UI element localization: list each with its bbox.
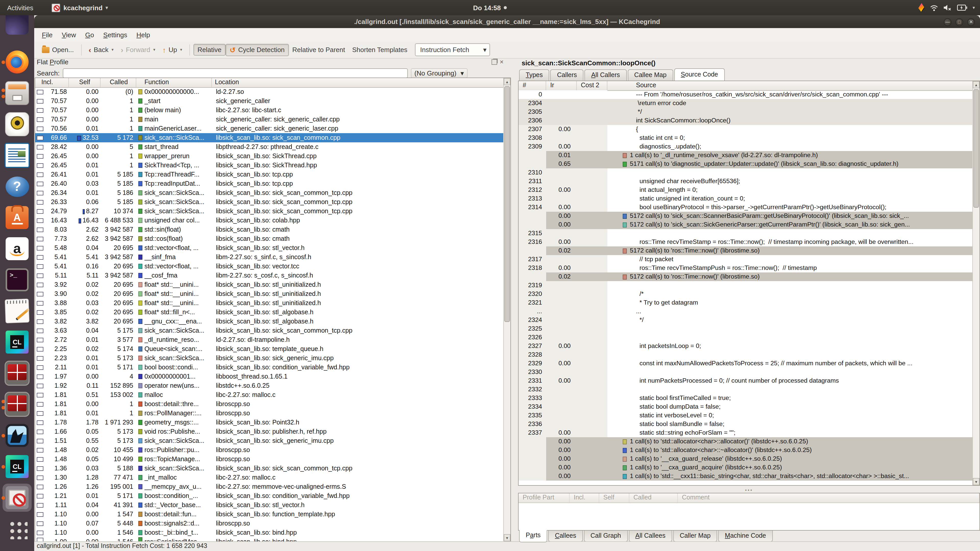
source-line[interactable]: 2310 xyxy=(519,168,973,177)
scrollbar[interactable]: ▲ ▼ xyxy=(503,78,511,541)
launcher-item-text-editor[interactable] xyxy=(0,295,34,327)
tab-caller-map[interactable]: Caller Map xyxy=(673,530,717,542)
call-row[interactable]: 0.011 call(s) to '_dl_runtime_resolve_xs… xyxy=(519,151,973,160)
source-line[interactable]: 23070.00{ xyxy=(519,125,973,134)
call-row[interactable]: 0.001 call(s) to '__cxa_guard_release' (… xyxy=(519,454,973,463)
launcher-item-help[interactable]: ? xyxy=(0,171,34,202)
column-header-location[interactable]: Location xyxy=(212,78,511,87)
table-row[interactable]: 7.732.623 942 587std::cos(float)libsick_… xyxy=(35,234,504,243)
source-line[interactable]: 2308 static int cnt = 0; xyxy=(519,134,973,142)
table-row[interactable]: 1.360.035 188sick_scan::SickSca...libsic… xyxy=(35,464,504,473)
table-row[interactable]: 26.340.015 186sick_scan::SickSca...libsi… xyxy=(35,188,504,197)
minimize-button[interactable]: — xyxy=(944,18,951,26)
call-row[interactable]: 0.005172 call(s) to 'sick_scan::SickGene… xyxy=(519,221,973,229)
chevron-down-icon[interactable]: ▾ xyxy=(111,48,114,52)
source-line[interactable]: 2333 static bool firstTimeCalled = true; xyxy=(519,394,973,403)
table-row[interactable]: 70.560.011mainGenericLaser...sick_generi… xyxy=(35,124,504,133)
tab-parts[interactable]: Parts xyxy=(519,530,547,542)
source-line[interactable]: 2328 xyxy=(519,351,973,359)
launcher-item-terminator-2[interactable] xyxy=(0,389,34,420)
launcher-item-clion-2[interactable]: CL xyxy=(0,451,34,482)
scrollbar-thumb[interactable] xyxy=(504,86,510,322)
table-row[interactable]: 1.920.11152 895operator new(uns...libstd… xyxy=(35,381,504,390)
horizontal-splitter[interactable]: ••• xyxy=(518,489,980,493)
chevron-down-icon[interactable]: ▾ xyxy=(153,48,156,52)
launcher-item-amazon[interactable]: a xyxy=(0,233,34,264)
table-row[interactable]: 1.100.001 546boost::_bi::bind_t...libsic… xyxy=(35,528,504,537)
table-row[interactable]: 1.110.0441 391std::_Vector_base...libsic… xyxy=(35,500,504,510)
flameshot-indicator-icon[interactable] xyxy=(918,3,925,12)
source-column-0[interactable]: # xyxy=(519,81,546,90)
source-line[interactable]: 23270.00 int packetsInLoop = 0; xyxy=(519,342,973,351)
menu-file[interactable]: File xyxy=(37,31,57,38)
source-line[interactable]: 23290.00 const int maxNumAllowedPacketsT… xyxy=(519,359,973,368)
launcher-item-clion[interactable]: CL xyxy=(0,327,34,358)
up-button[interactable]: ↑ Up ▾ xyxy=(159,44,186,56)
source-line[interactable]: 23120.00 int actual_length = 0; xyxy=(519,186,973,194)
tab-callee-map[interactable]: Callee Map xyxy=(628,69,673,81)
table-row[interactable]: 2.230.015 173sick_scan::SickSca...libsic… xyxy=(35,354,504,363)
parts-column-1[interactable]: Incl. xyxy=(570,493,599,503)
scroll-down-icon[interactable]: ▼ xyxy=(973,478,980,485)
launcher-item-wireshark[interactable] xyxy=(0,420,34,451)
table-row[interactable]: 5.480.0420 695std::vector<float, ...libs… xyxy=(35,243,504,252)
table-row[interactable]: 1.100.001 547boost::detail::fun...libsic… xyxy=(35,510,504,519)
call-row[interactable]: 0.005172 call(s) to 'sick_scan::ScannerB… xyxy=(519,212,973,221)
table-row[interactable]: 16.4316.436 488 533unsigned char col...l… xyxy=(35,216,504,225)
close-button[interactable]: ✕ xyxy=(967,18,975,26)
parts-column-0[interactable]: Profile Part xyxy=(519,493,570,503)
system-tray[interactable]: ▾ xyxy=(918,3,975,12)
table-row[interactable]: 1.970.0040x00000000001...libboost_thread… xyxy=(35,372,504,381)
source-line[interactable]: 2313 static unsigned int iteration_count… xyxy=(519,194,973,203)
source-line[interactable]: 2319 xyxy=(519,281,973,290)
call-row[interactable]: 0.001 call(s) to 'std::allocator<char>::… xyxy=(519,437,973,446)
column-header-called[interactable]: Called xyxy=(100,78,136,87)
event-type-select[interactable]: Instruction Fetch ▾ xyxy=(415,43,490,56)
table-row[interactable]: 71.580.00(0)0x000000000000...ld-2.27.so xyxy=(35,87,504,97)
launcher-item-hidden-app[interactable] xyxy=(0,15,34,46)
parts-header[interactable]: Profile PartIncl.SelfCalledComment xyxy=(519,493,980,503)
source-line[interactable]: 23090.00 diagnostics_.update(); xyxy=(519,142,973,151)
table-row[interactable]: 26.410.015 185Tcp::readThreadF...libsick… xyxy=(35,170,504,179)
scrollbar-thumb[interactable] xyxy=(974,89,979,208)
scroll-down-icon[interactable]: ▼ xyxy=(504,534,511,541)
table-row[interactable]: 2.110.015 171bool boost::condi...libsick… xyxy=(35,363,504,372)
table-row[interactable]: 26.400.035 185Tcp::readInputDat...libsic… xyxy=(35,179,504,188)
launcher-item-kcachegrind[interactable] xyxy=(0,482,34,513)
source-line[interactable]: 2332 xyxy=(519,385,973,394)
source-line[interactable]: 2320 /* xyxy=(519,290,973,299)
menu-help[interactable]: Help xyxy=(132,31,155,38)
table-row[interactable]: 3.920.0220 695float* std::__unini...libs… xyxy=(35,280,504,289)
scrollbar[interactable]: ▲ ▼ xyxy=(972,81,980,485)
source-line[interactable]: 23140.00 bool useBinaryProtocol = this->… xyxy=(519,203,973,212)
table-row[interactable]: 70.570.001mainsick_generic_caller: sick_… xyxy=(35,115,504,124)
table-row[interactable]: 1.480.0210 455ros::Publisher::pu...libro… xyxy=(35,445,504,454)
close-panel-icon[interactable]: ✕ xyxy=(500,59,504,65)
source-line[interactable]: 23370.00 static std::string echoForSlam … xyxy=(519,429,973,437)
tab-callers[interactable]: Callers xyxy=(550,69,584,81)
source-line[interactable]: 0--- From '/home/rosuser/ros_catkin_ws/s… xyxy=(519,90,973,99)
grouping-select[interactable]: (No Grouping) ▾ xyxy=(411,68,468,78)
source-column-3[interactable]: Source xyxy=(608,81,980,90)
source-line[interactable]: 2326 xyxy=(519,333,973,342)
table-row[interactable]: 24.798.2710 374sick_scan::SickSca...libs… xyxy=(35,206,504,216)
launcher-item-terminal[interactable]: >_ xyxy=(0,264,34,295)
menu-settings[interactable]: Settings xyxy=(99,31,132,38)
launcher-item-app-grid[interactable] xyxy=(0,513,34,545)
table-row[interactable]: 1.480.0510 499ros::TopicManage...librosc… xyxy=(35,454,504,464)
parts-column-4[interactable]: Comment xyxy=(678,493,980,503)
chevron-down-icon[interactable]: ▾ xyxy=(180,48,182,52)
column-header-incl[interactable]: Incl. xyxy=(35,78,69,87)
tab-types[interactable]: Types xyxy=(519,69,549,81)
table-row[interactable]: 3.880.0320 695float* std::__unini...libs… xyxy=(35,299,504,308)
table-row[interactable]: 1.660.055 173void ros::Publishe...libsic… xyxy=(35,427,504,436)
source-line[interactable]: 2315 xyxy=(519,229,973,238)
table-row[interactable]: 70.570.001(below main)libc-2.27.so: libc… xyxy=(35,106,504,115)
table-row[interactable]: 3.900.0220 695float* std::__unini...libs… xyxy=(35,289,504,299)
source-line[interactable]: 2334 static bool dumpData = false; xyxy=(519,403,973,411)
clock[interactable]: Do 14:58 xyxy=(473,4,507,11)
tab-call-graph[interactable]: Call Graph xyxy=(584,530,628,542)
tab-source-code[interactable]: Source Code xyxy=(674,68,725,81)
source-line[interactable]: 2317 // tcp packet xyxy=(519,255,973,264)
source-line[interactable]: 23310.00 int numPacketsProcessed = 0; //… xyxy=(519,376,973,385)
